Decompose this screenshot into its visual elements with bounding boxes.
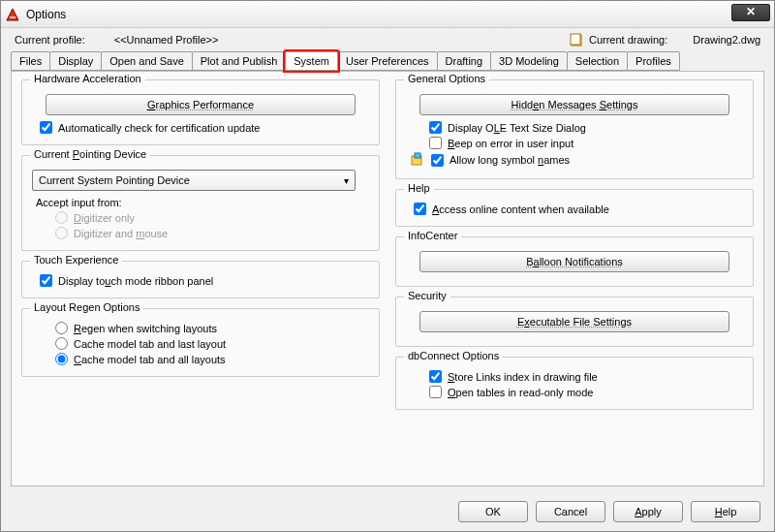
auto-cert-label: Automatically check for certification up… — [58, 122, 261, 134]
tab-selection[interactable]: Selection — [567, 51, 628, 71]
digitizer-only-label: Digitizer only — [74, 212, 135, 224]
digitizer-mouse-label: Digitizer and mouse — [74, 228, 168, 239]
long-symbol-label: Allow long symbol names — [450, 154, 570, 166]
online-content-checkbox[interactable] — [414, 203, 426, 215]
readonly-tables-checkbox[interactable] — [429, 386, 442, 398]
tab-display[interactable]: Display — [49, 51, 102, 71]
group-title-security: Security — [404, 290, 450, 301]
group-infocenter: InfoCenter Balloon Notifications — [395, 236, 754, 287]
group-title-touch: Touch Experience — [30, 254, 122, 266]
close-button[interactable]: ✕ — [731, 4, 770, 21]
group-title-dbconnect: dbConnect Options — [404, 350, 503, 361]
long-symbol-checkbox[interactable] — [431, 154, 444, 167]
tab-plot-publish[interactable]: Plot and Publish — [192, 51, 287, 71]
hidden-messages-button[interactable]: Hidden Messages Settings — [419, 94, 729, 115]
cache-all-radio[interactable] — [55, 353, 68, 365]
pointing-device-combo[interactable]: Current System Pointing Device — [32, 170, 356, 191]
ole-text-label: Display OLE Text Size Dialog — [448, 122, 586, 134]
executable-settings-button[interactable]: Executable File Settings — [419, 311, 729, 332]
profile-row: Current profile: <<Unnamed Profile>> Cur… — [1, 28, 774, 49]
group-title-pointing: Current Pointing Device — [30, 148, 150, 160]
dialog-footer: OK Cancel Apply Help — [1, 492, 774, 531]
help-button[interactable]: Help — [691, 501, 760, 522]
current-drawing-label: Current drawing: — [589, 34, 667, 46]
current-profile-value: <<Unnamed Profile>> — [114, 34, 219, 46]
digitizer-mouse-radio — [55, 227, 68, 239]
tab-files[interactable]: Files — [11, 51, 50, 71]
regen-switch-label: Regen when switching layouts — [74, 323, 217, 334]
options-dialog: Options ✕ Current profile: <<Unnamed Pro… — [0, 0, 775, 532]
tab-profiles[interactable]: Profiles — [627, 51, 680, 71]
cancel-button[interactable]: Cancel — [536, 501, 605, 522]
registry-icon — [410, 152, 425, 168]
apply-button[interactable]: Apply — [613, 501, 683, 522]
tab-drafting[interactable]: Drafting — [437, 51, 492, 71]
group-title-regen: Layout Regen Options — [30, 301, 143, 313]
right-column: General Options Hidden Messages Settings… — [395, 79, 754, 478]
window-title: Options — [26, 8, 66, 21]
beep-error-checkbox[interactable] — [429, 137, 442, 149]
beep-error-label: Beep on error in user input — [448, 138, 574, 149]
drawing-icon — [570, 32, 585, 47]
digitizer-only-radio — [55, 211, 68, 224]
touch-ribbon-label: Display touch mode ribbon panel — [58, 275, 213, 287]
left-column: Hardware Acceleration Graphics Performan… — [21, 79, 380, 478]
online-content-label: Access online content when available — [432, 203, 609, 215]
cache-all-label: Cache model tab and all layouts — [74, 354, 226, 365]
tab-3d-modeling[interactable]: 3D Modeling — [490, 51, 568, 71]
group-title-hardware: Hardware Acceleration — [30, 73, 145, 84]
group-security: Security Executable File Settings — [395, 297, 754, 347]
accept-input-label: Accept input from: — [36, 197, 369, 208]
ok-button[interactable]: OK — [458, 501, 528, 522]
cache-last-radio[interactable] — [55, 337, 68, 350]
ole-text-checkbox[interactable] — [429, 121, 442, 134]
current-drawing-value: Drawing2.dwg — [693, 34, 760, 46]
cache-last-label: Cache model tab and last layout — [74, 338, 226, 350]
store-links-checkbox[interactable] — [429, 370, 442, 383]
system-panel: Hardware Acceleration Graphics Performan… — [11, 71, 764, 486]
regen-switch-radio[interactable] — [55, 322, 68, 334]
group-layout-regen: Layout Regen Options Regen when switchin… — [21, 308, 380, 377]
svg-rect-1 — [571, 34, 580, 45]
group-general-options: General Options Hidden Messages Settings… — [395, 79, 754, 179]
touch-ribbon-checkbox[interactable] — [40, 274, 52, 287]
svg-rect-3 — [415, 153, 420, 158]
tab-user-preferences[interactable]: User Preferences — [337, 51, 438, 71]
group-touch-experience: Touch Experience Display touch mode ribb… — [21, 261, 380, 298]
tab-open-save[interactable]: Open and Save — [101, 51, 192, 71]
pointing-device-value: Current System Pointing Device — [39, 174, 190, 186]
current-profile-label: Current profile: — [15, 34, 85, 46]
group-dbconnect: dbConnect Options Store Links index in d… — [395, 357, 754, 410]
group-title-help: Help — [404, 182, 434, 194]
graphics-performance-button[interactable]: Graphics Performance — [46, 94, 356, 115]
tabs-row: Files Display Open and Save Plot and Pub… — [1, 51, 774, 71]
group-title-general: General Options — [404, 73, 489, 84]
group-title-infocenter: InfoCenter — [404, 230, 461, 241]
readonly-tables-label: Open tables in read-only mode — [448, 387, 593, 398]
store-links-label: Store Links index in drawing file — [448, 371, 598, 383]
balloon-notifications-button[interactable]: Balloon Notifications — [419, 251, 729, 272]
group-hardware-acceleration: Hardware Acceleration Graphics Performan… — [21, 79, 380, 145]
tab-system[interactable]: System — [285, 51, 338, 71]
group-pointing-device: Current Pointing Device Current System P… — [21, 155, 380, 251]
group-help: Help Access online content when availabl… — [395, 189, 754, 227]
titlebar: Options ✕ — [1, 1, 774, 28]
auto-cert-checkbox[interactable] — [40, 121, 52, 134]
app-icon — [5, 7, 20, 22]
